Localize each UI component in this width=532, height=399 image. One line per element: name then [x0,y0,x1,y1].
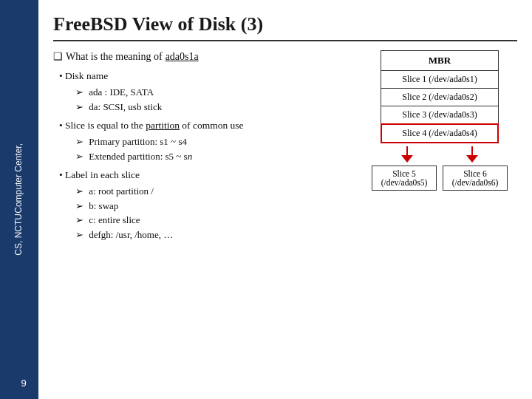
left-arrow [401,146,413,163]
sn-italic: n [188,151,193,162]
sub-text-a: a: root partition / [89,185,154,197]
content-area: ❑ What is the meaning of ada0s1a • Disk … [53,50,517,392]
arrow-icon: ➢ [75,185,83,197]
question-line: ❑ What is the meaning of ada0s1a [53,50,347,63]
slice-4-box: Slice 4 (/dev/ada0s4) [381,123,499,143]
arrowhead-right [466,155,478,163]
sidebar-label: Computer Center, [13,143,25,214]
mbr-box: MBR [381,50,499,71]
arrow-icon: ➢ [75,214,83,225]
arrow-icon: ➢ [75,86,83,98]
sub-item-ada: ➢ ada : IDE, SATA [75,85,347,100]
slice-3-box: Slice 3 (/dev/ada0s3) [381,106,499,124]
sub-item-primary: ➢ Primary partition: s1 ~ s4 [75,134,347,149]
bullet-slice: • Slice is equal to the partition of com… [59,120,347,163]
bullet-marker2: • [59,120,65,131]
arrowhead-left [401,155,413,163]
page-number: 9 [15,374,33,392]
line-right [471,146,473,155]
sub-item-a: ➢ a: root partition / [75,184,347,199]
line-left [406,146,408,155]
sub-text-b: b: swap [89,200,118,211]
slice-2-box: Slice 2 (/dev/ada0s2) [381,88,499,106]
sub-text-ada: ada : IDE, SATA [89,86,154,98]
sidebar: Computer Center, CS, NCTU [0,0,38,399]
bullet-item-3: • Label in each slice [59,169,347,181]
slice-6-box: Slice 6(/dev/ada0s6) [443,166,508,191]
sub-item-da: ➢ da: SCSI, usb stick [75,100,347,115]
bullet-disk-name: • Disk name ➢ ada : IDE, SATA ➢ da: SCSI… [59,70,347,114]
arrow-icon: ➢ [75,229,83,240]
sub-item-b: ➢ b: swap [75,199,347,214]
sub-text-defgh: defgh: /usr, /home, … [89,229,173,240]
bullet-label-1: Disk name [65,70,108,81]
main-content: FreeBSD View of Disk (3) ❑ What is the m… [38,0,532,399]
right-arrow [466,146,478,163]
question-term: ada0s1a [166,51,199,63]
q-icon: ❑ [53,50,63,63]
arrow-icon: ➢ [75,151,83,162]
slice-5-box: Slice 5(/dev/ada0s5) [372,166,437,191]
bullet-label-2a: Slice is equal to the [65,120,146,131]
bullet-item-2: • Slice is equal to the partition of com… [59,120,347,132]
bullet-marker3: • [59,169,65,180]
bullet-marker: • [59,70,65,81]
sub-item-c: ➢ c: entire slice [75,213,347,228]
page-title: FreeBSD View of Disk (3) [53,13,517,41]
sub-text-c: c: entire slice [89,214,140,225]
arrow-icon: ➢ [75,136,83,147]
sub-item-defgh: ➢ defgh: /usr, /home, … [75,228,347,242]
bullet-item-1: • Disk name [59,70,347,82]
arrow-container [375,146,505,163]
bullet-label-2b: of common use [180,120,244,131]
bullet-partition: partition [146,120,180,131]
question-prefix: What is the meaning of [66,51,163,63]
left-panel: ❑ What is the meaning of ada0s1a • Disk … [53,50,347,392]
arrow-icon: ➢ [75,200,83,211]
sub-text-primary: Primary partition: s1 ~ s4 [89,136,187,147]
sidebar-label2: CS, NCTU [13,214,25,256]
sub-item-extended: ➢ Extended partition: s5 ~ sn [75,149,347,164]
bullet-label-3: Label in each slice [65,169,140,180]
right-panel: MBR Slice 1 (/dev/ada0s1) Slice 2 (/dev/… [362,50,517,392]
bottom-slices: Slice 5(/dev/ada0s5) Slice 6(/dev/ada0s6… [372,166,508,191]
slice-1-box: Slice 1 (/dev/ada0s1) [381,70,499,89]
extended-text: Extended partition: s5 ~ s [89,151,187,162]
disk-diagram: MBR Slice 1 (/dev/ada0s1) Slice 2 (/dev/… [362,50,517,191]
sub-text-da: da: SCSI, usb stick [89,101,162,112]
bullet-label-slice: • Label in each slice ➢ a: root partitio… [59,169,347,242]
arrow-icon: ➢ [75,101,83,112]
